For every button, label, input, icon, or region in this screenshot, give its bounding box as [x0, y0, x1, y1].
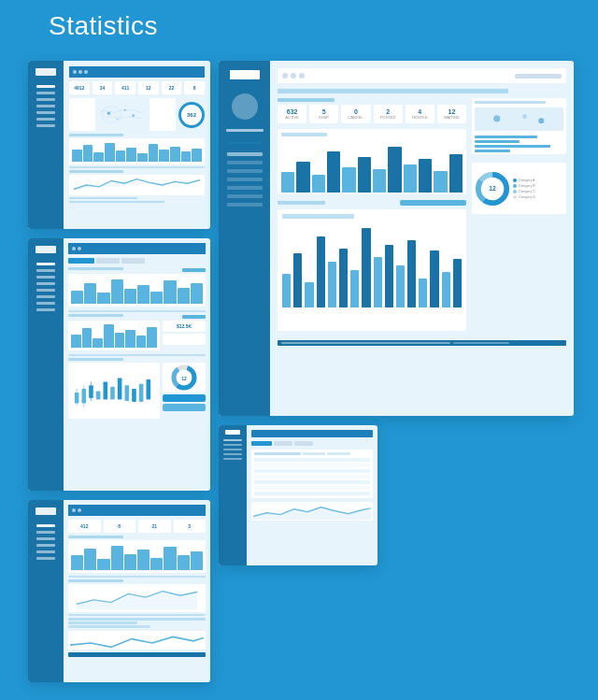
topbar-icon	[282, 73, 288, 79]
bar	[125, 330, 135, 349]
bar	[83, 145, 93, 162]
dot	[78, 508, 81, 512]
small-bar	[150, 558, 163, 570]
bar	[164, 280, 176, 304]
legend-dot	[513, 195, 517, 199]
greeting-text	[278, 89, 508, 93]
table-header	[254, 452, 370, 455]
bar-chart-large	[278, 209, 466, 331]
sidebar-item	[36, 124, 55, 127]
section-label	[68, 314, 123, 317]
sidebar-item	[36, 550, 55, 553]
footer	[278, 340, 566, 346]
legend-label: Category D	[519, 195, 535, 199]
topbar	[69, 66, 205, 78]
line-chart-small	[251, 502, 373, 521]
stats-row-small: 412 8 21 3	[68, 520, 206, 533]
stat-number: 411	[121, 85, 129, 91]
nav-item	[223, 458, 242, 460]
stat-number: 22	[169, 85, 175, 91]
income-bar	[373, 169, 386, 193]
topbar-dot	[84, 70, 88, 74]
stat-hosted: 4 HOSTED	[406, 105, 434, 123]
bar	[84, 283, 96, 304]
bar	[191, 283, 203, 304]
sidebar-nav-item	[227, 169, 263, 173]
table-row	[254, 469, 370, 473]
bar	[126, 148, 136, 162]
divider	[227, 142, 263, 144]
divider	[68, 614, 206, 616]
svg-text:12: 12	[181, 376, 187, 381]
bar	[137, 153, 148, 162]
bar	[150, 292, 163, 304]
section-label	[68, 579, 123, 582]
bar	[115, 333, 125, 348]
svg-point-3	[124, 109, 126, 111]
income-bar	[358, 157, 371, 193]
small-bar	[178, 555, 190, 570]
small-bar	[97, 559, 109, 570]
gauge-circle: 362	[178, 102, 205, 128]
pie-legend-item: Category D	[513, 195, 563, 199]
bar	[192, 149, 202, 162]
small-bar	[191, 551, 203, 570]
action-button[interactable]	[163, 394, 206, 402]
svg-point-7	[493, 115, 500, 121]
stat-label: HOSTED	[412, 115, 428, 120]
sidebar-nav-item	[227, 203, 263, 207]
stat-number: 12	[146, 85, 151, 91]
text-label	[68, 621, 137, 624]
section-label	[69, 134, 123, 136]
sidebar-mock	[28, 238, 64, 491]
svg-rect-21	[110, 387, 115, 400]
mini-stat-value: $12.5K	[177, 323, 192, 329]
income-bar	[342, 167, 355, 193]
bar	[137, 285, 150, 304]
stat-box: 22	[162, 81, 182, 94]
stat-value: 4	[418, 108, 421, 115]
candlestick-chart	[68, 363, 160, 419]
sidebar-item	[36, 85, 55, 88]
sidebar-nav-item	[227, 152, 263, 156]
tab-active	[251, 441, 272, 446]
sidebar-item	[36, 308, 55, 311]
country-bar	[475, 140, 520, 143]
bar	[147, 327, 157, 348]
small-bars-chart	[68, 540, 206, 573]
section-label	[69, 170, 123, 173]
svg-point-9	[538, 118, 544, 123]
stat-box: 21	[138, 520, 171, 533]
divider	[68, 354, 206, 356]
svg-rect-24	[132, 389, 136, 402]
stat-label: WAITING	[444, 115, 460, 120]
bar	[149, 144, 159, 162]
sidebar-nav-item	[227, 161, 263, 164]
legend-label: Category B	[519, 184, 535, 188]
legend-dot	[513, 179, 517, 182]
tab-active	[68, 258, 94, 264]
action-button-2[interactable]	[163, 404, 206, 411]
bar	[124, 289, 136, 304]
table-row	[254, 480, 370, 484]
stat-posted: 2 POSTED	[374, 105, 403, 123]
svg-rect-18	[89, 385, 93, 398]
tabs-row	[68, 258, 206, 264]
nav-item	[223, 444, 242, 446]
sidebar-logo	[36, 507, 56, 515]
amount-label	[182, 315, 206, 319]
pie-and-buttons: 12	[163, 363, 206, 419]
svg-point-5	[116, 118, 118, 120]
table-rows	[254, 458, 370, 495]
legend-dot	[513, 184, 517, 188]
stat-suspended: 5 SUSP.	[309, 105, 338, 123]
avatar-label	[226, 129, 263, 132]
bar	[170, 147, 180, 163]
small-line-chart	[68, 584, 206, 612]
sidebar-item	[36, 276, 55, 279]
chart-sub-label	[282, 214, 354, 219]
svg-rect-26	[147, 379, 151, 399]
pie-legend-item: Category C	[513, 190, 563, 193]
income-bar	[419, 159, 432, 193]
section-1	[68, 267, 206, 307]
